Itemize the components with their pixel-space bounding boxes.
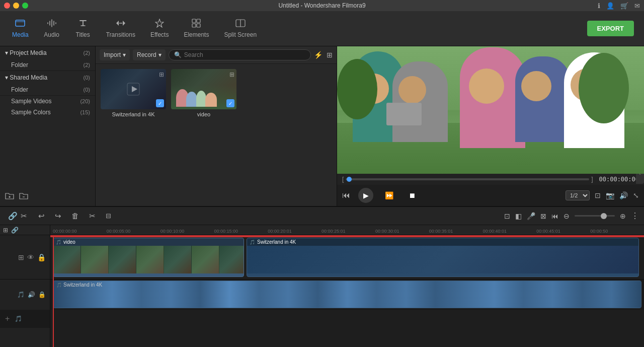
snap-icon[interactable]: ⊡: [504, 212, 510, 220]
media-grid: ⊞ ✓ Switzerland in 4K: [96, 64, 337, 206]
effects-tab-icon: [155, 19, 164, 29]
redo-button[interactable]: ↪: [53, 211, 63, 222]
video-clip-1[interactable]: 🎵 video: [53, 238, 244, 277]
shared-media-folder[interactable]: Folder (0): [0, 84, 95, 95]
timeline-link-icon[interactable]: 🔗: [8, 212, 18, 221]
adjust-button[interactable]: ⊟: [104, 211, 113, 221]
fast-forward-button[interactable]: ⏩: [381, 188, 396, 203]
video-check: ✓: [226, 99, 234, 107]
prev-frame-icon[interactable]: ⏮: [551, 212, 558, 220]
ruler-mark-4: 00:00:20:01: [268, 229, 321, 234]
project-media-header[interactable]: Project Media (2): [0, 46, 95, 59]
more-options-icon[interactable]: ⋮: [631, 211, 639, 221]
detach-audio-icon[interactable]: ⊠: [540, 212, 546, 220]
volume-icon[interactable]: 🔊: [619, 191, 628, 199]
mic-icon[interactable]: 🎤: [527, 212, 535, 220]
sample-videos-item[interactable]: Sample Videos (20): [0, 96, 95, 107]
cut-button[interactable]: ✂: [87, 211, 98, 222]
audio-clip-1[interactable]: 🎵 Switzerland in 4K: [53, 281, 641, 308]
tab-media[interactable]: Media: [5, 16, 36, 41]
video-clip-2[interactable]: 🎵 Switzerland in 4K: [247, 238, 639, 277]
ruler-mark-8: 00:00:40:01: [483, 229, 537, 234]
maximize-button[interactable]: [22, 3, 28, 9]
tab-titles[interactable]: Titles: [68, 16, 98, 41]
transitions-tab-icon: [116, 19, 126, 29]
rewind-button[interactable]: ⏮: [342, 191, 350, 200]
cart-icon[interactable]: 🛒: [620, 2, 628, 10]
grid-view-icon[interactable]: ⊞: [18, 253, 24, 261]
zoom-thumb: [601, 213, 607, 219]
project-media-label: Project Media: [5, 49, 47, 56]
eye-icon[interactable]: 👁: [27, 253, 34, 261]
sample-colors-item[interactable]: Sample Colors (15): [0, 107, 95, 118]
project-media-folder[interactable]: Folder (2): [0, 59, 95, 71]
new-folder-button[interactable]: [5, 192, 14, 202]
timeline-scrubber[interactable]: [346, 178, 589, 180]
thumb-strip-3: [109, 246, 136, 273]
timeline-playhead[interactable]: [53, 235, 54, 347]
expand-icon[interactable]: ⤡: [633, 191, 639, 199]
thumb-strip-1: [53, 246, 81, 273]
window-controls[interactable]: [4, 3, 28, 9]
volume2-icon[interactable]: 🔊: [28, 291, 35, 298]
timeline-magnet-icon[interactable]: ⊞: [3, 227, 8, 234]
audio-clip-label: 🎵 Switzerland in 4K: [56, 282, 102, 288]
grid-icon[interactable]: ⊞: [327, 51, 333, 59]
svg-rect-3: [197, 19, 200, 23]
audio-lock-icon[interactable]: 🔒: [38, 291, 46, 298]
ruler-mark-3: 00:00:15:00: [214, 229, 268, 234]
tab-split-screen[interactable]: Split Screen: [217, 16, 264, 41]
stop-button[interactable]: ⏹: [405, 188, 420, 203]
tab-audio[interactable]: Audio: [37, 16, 67, 41]
timeline-content: ⊞ 🔗 ⊞ 👁 🔒 🎵 🔊 🔒 + 🎵: [0, 225, 644, 347]
music-icon[interactable]: 🎵: [17, 291, 25, 298]
video-track-label: ⊞ 👁 🔒: [0, 235, 50, 280]
mail-icon[interactable]: ✉: [634, 2, 640, 10]
ruler-mark-7: 00:00:35:01: [429, 229, 483, 234]
search-input[interactable]: [184, 51, 305, 58]
undo-button[interactable]: ↩: [36, 211, 47, 222]
play-button[interactable]: ▶: [358, 188, 373, 203]
timeline: 🔗 ✂ ↩ ↪ 🗑 ✂ ⊟ ⊡ ◧ 🎤 ⊠ ⏮ ⊖ ⊕: [0, 206, 644, 347]
account-icon[interactable]: 👤: [606, 2, 614, 10]
info-icon[interactable]: ℹ: [598, 2, 600, 10]
sample-colors-count: (15): [80, 109, 90, 115]
delete-folder-button[interactable]: [19, 192, 28, 202]
lock-icon[interactable]: 🔒: [37, 253, 46, 261]
mark-icon[interactable]: ◧: [515, 212, 522, 220]
fullscreen-icon[interactable]: ⊡: [595, 191, 601, 199]
tab-transitions[interactable]: Transitions: [99, 16, 142, 41]
svg-rect-0: [16, 20, 25, 26]
tab-titles-label: Titles: [76, 31, 90, 38]
thumb-grid-icon: ⊞: [159, 71, 164, 78]
media-item-switzerland[interactable]: ⊞ ✓ Switzerland in 4K: [101, 69, 166, 117]
zoom-in-icon[interactable]: ⊕: [620, 212, 626, 220]
switzerland-check: ✓: [156, 99, 164, 107]
record-button[interactable]: Record ▾: [133, 49, 166, 60]
add-video-track-icon[interactable]: +: [5, 314, 10, 323]
media-item-video[interactable]: ⊞ ✓ video: [171, 69, 236, 117]
timeline-link2-icon[interactable]: 🔗: [11, 227, 19, 234]
tab-audio-label: Audio: [44, 31, 59, 38]
project-media-count: (2): [84, 50, 90, 56]
tab-elements[interactable]: Elements: [177, 16, 216, 41]
project-media-chevron: [5, 49, 8, 56]
delete-button[interactable]: 🗑: [69, 211, 81, 221]
import-button[interactable]: Import ▾: [100, 49, 130, 60]
record-chevron-icon: ▾: [158, 51, 162, 58]
snapshot-icon[interactable]: 📷: [606, 191, 614, 199]
zoom-select[interactable]: 1/2 1/4 1/8 Full: [566, 190, 590, 200]
zoom-slider[interactable]: [575, 215, 615, 217]
import-chevron-icon: ▾: [123, 51, 126, 58]
minimize-button[interactable]: [13, 3, 19, 9]
timeline-scissors-icon[interactable]: ✂: [21, 212, 27, 221]
add-audio-track-icon[interactable]: 🎵: [15, 315, 22, 322]
window-title: Untitled - Wondershare Filmora9: [278, 2, 365, 9]
tab-effects[interactable]: Effects: [143, 16, 176, 41]
shared-media-section: Shared Media (0) Folder (0): [0, 71, 95, 96]
export-button[interactable]: EXPORT: [587, 21, 634, 36]
zoom-out-icon[interactable]: ⊖: [564, 212, 570, 220]
shared-media-header[interactable]: Shared Media (0): [0, 71, 95, 84]
filter-icon[interactable]: ⚡: [314, 51, 323, 59]
close-button[interactable]: [4, 3, 10, 9]
